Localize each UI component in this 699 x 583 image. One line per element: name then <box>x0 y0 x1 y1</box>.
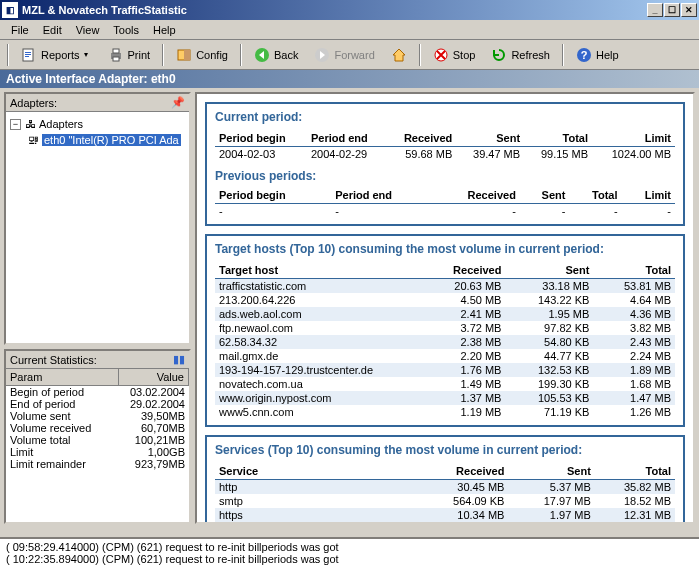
stats-row: Volume received60,70MB <box>6 422 189 434</box>
cell-tot: 35.82 MB <box>595 480 675 495</box>
print-button[interactable]: Print <box>101 43 158 67</box>
table-row: http30.45 MB5.37 MB35.82 MB <box>215 480 675 495</box>
maximize-button[interactable]: ☐ <box>664 3 680 17</box>
th-period-begin: Period begin <box>215 187 331 204</box>
th-host: Target host <box>215 262 422 279</box>
table-row: - - - - - - <box>215 204 675 219</box>
menu-file[interactable]: File <box>4 22 36 38</box>
cell-rx: 1.76 MB <box>422 363 505 377</box>
adapters-tree: − 🖧 Adapters 🖳 eth0 "Intel(R) PRO PCI Ad… <box>6 112 189 152</box>
th-limit: Limit <box>622 187 675 204</box>
stats-columns-header: Param Value <box>6 369 189 386</box>
config-icon <box>176 47 192 63</box>
stats-param: Volume received <box>10 422 115 434</box>
active-adapter-bar: Active Interface Adapter: eth0 <box>0 70 699 88</box>
cell-tx: 5.37 MB <box>508 480 594 495</box>
table-row: www5.cnn.com1.19 MB71.19 KB1.26 MB <box>215 405 675 419</box>
cell-tx: 477.71 KB <box>508 522 594 524</box>
th-total: Total <box>595 463 675 480</box>
dropdown-arrow-icon: ▾ <box>84 50 92 59</box>
th-sent: Sent <box>508 463 594 480</box>
tree-item-eth0[interactable]: 🖳 eth0 "Intel(R) PRO PCI Ada <box>10 132 185 148</box>
previous-periods-title: Previous periods: <box>215 169 675 183</box>
active-adapter-label: Active Interface Adapter: eth0 <box>6 72 176 86</box>
stats-value: 03.02.2004 <box>115 386 185 398</box>
help-button[interactable]: ? Help <box>569 43 626 67</box>
window-title: MZL & Novatech TrafficStatistic <box>22 4 647 16</box>
stats-param: Limit <box>10 446 115 458</box>
back-button[interactable]: Back <box>247 43 305 67</box>
cell-service: pop3 <box>215 522 422 524</box>
tree-collapse-icon[interactable]: − <box>10 119 21 130</box>
refresh-label: Refresh <box>511 49 550 61</box>
cell: - <box>569 204 621 219</box>
toolbar-separator <box>7 44 9 66</box>
cell-host: ads.web.aol.com <box>215 307 422 321</box>
cell-tx: 105.53 KB <box>505 391 593 405</box>
stats-value: 100,21MB <box>115 434 185 446</box>
table-row: ftp.newaol.com3.72 MB97.82 KB3.82 MB <box>215 321 675 335</box>
svg-text:?: ? <box>581 49 588 61</box>
stats-col-param[interactable]: Param <box>6 369 119 385</box>
cell-rx: 1.19 MB <box>422 405 505 419</box>
tree-root-row[interactable]: − 🖧 Adapters <box>10 116 185 132</box>
menu-edit[interactable]: Edit <box>36 22 69 38</box>
cell-service: smtp <box>215 494 422 508</box>
panel-pin-icon[interactable]: 📌 <box>171 96 185 109</box>
cell-rx: 1.37 MB <box>422 391 505 405</box>
cell-rx: 564.09 KB <box>422 494 508 508</box>
cell-rx: 3.72 MB <box>422 321 505 335</box>
stats-col-value[interactable]: Value <box>119 369 189 385</box>
current-period-table: Period begin Period end Received Sent To… <box>215 130 675 161</box>
app-icon: ◧ <box>2 2 18 18</box>
stats-param: Volume total <box>10 434 115 446</box>
cell-tx: 17.97 MB <box>508 494 594 508</box>
cell-host: mail.gmx.de <box>215 349 422 363</box>
stats-row: Limit remainder923,79MB <box>6 458 189 470</box>
table-row: 213.200.64.2264.50 MB143.22 KB4.64 MB <box>215 293 675 307</box>
cell-host: www5.cnn.com <box>215 405 422 419</box>
th-received: Received <box>422 262 505 279</box>
menubar: File Edit View Tools Help <box>0 20 699 40</box>
log-line: ( 10:22:35.894000) (CPM) (621) request t… <box>6 553 693 565</box>
th-sent: Sent <box>456 130 524 147</box>
cell-tot: 53.81 MB <box>593 279 675 294</box>
stats-param: Volume sent <box>10 410 115 422</box>
stats-row: Begin of period03.02.2004 <box>6 386 189 398</box>
stats-value: 1,00GB <box>115 446 185 458</box>
menu-tools[interactable]: Tools <box>106 22 146 38</box>
config-button[interactable]: Config <box>169 43 235 67</box>
menu-view[interactable]: View <box>69 22 107 38</box>
cell-tot: 1.47 MB <box>593 391 675 405</box>
stats-body: Begin of period03.02.2004End of period29… <box>6 386 189 522</box>
table-row: 2004-02-03 2004-02-29 59.68 MB 39.47 MB … <box>215 147 675 162</box>
cell-rx: 6.92 MB <box>422 522 508 524</box>
svg-rect-6 <box>113 57 119 61</box>
cell-rx: 30.45 MB <box>422 480 508 495</box>
minimize-button[interactable]: _ <box>647 3 663 17</box>
cell-tot: 18.52 MB <box>595 494 675 508</box>
cell-tx: 199.30 KB <box>505 377 593 391</box>
table-row: www.origin.nypost.com1.37 MB105.53 KB1.4… <box>215 391 675 405</box>
stop-button[interactable]: Stop <box>426 43 483 67</box>
back-label: Back <box>274 49 298 61</box>
reports-button[interactable]: Reports ▾ <box>14 43 99 67</box>
home-button[interactable] <box>384 43 414 67</box>
panel-pause-icon[interactable]: ▮▮ <box>173 353 185 366</box>
current-stats-header: Current Statistics: ▮▮ <box>6 351 189 369</box>
cell-tx: 39.47 MB <box>456 147 524 162</box>
report-content[interactable]: Current period: Period begin Period end … <box>195 92 695 524</box>
th-received: Received <box>387 130 456 147</box>
cell-tot: 1.89 MB <box>593 363 675 377</box>
cell-host: trafficstatistic.com <box>215 279 422 294</box>
cell-tot: 1.68 MB <box>593 377 675 391</box>
cell-tot: 4.64 MB <box>593 293 675 307</box>
log-panel[interactable]: ( 09:58:29.414000) (CPM) (621) request t… <box>0 537 699 583</box>
menu-help[interactable]: Help <box>146 22 183 38</box>
forward-button[interactable]: Forward <box>307 43 381 67</box>
close-button[interactable]: ✕ <box>681 3 697 17</box>
stop-label: Stop <box>453 49 476 61</box>
toolbar-separator <box>240 44 242 66</box>
cell-tx: 97.82 KB <box>505 321 593 335</box>
refresh-button[interactable]: Refresh <box>484 43 557 67</box>
